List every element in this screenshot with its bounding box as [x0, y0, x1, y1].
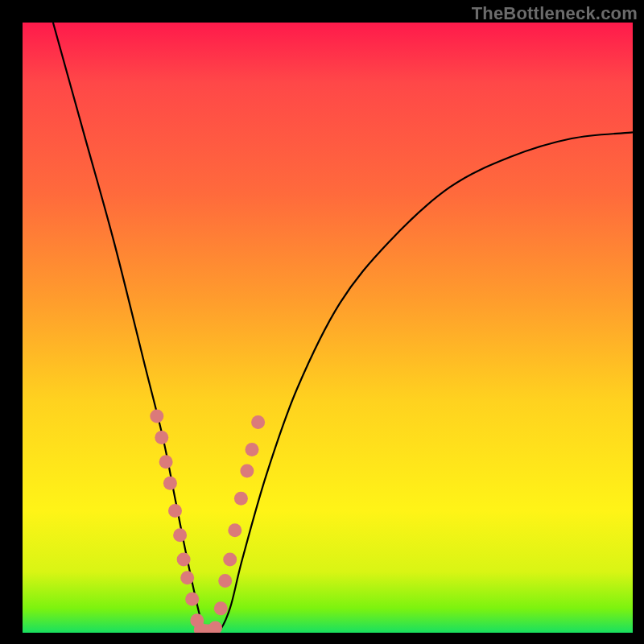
- bottleneck-curve: [53, 23, 633, 633]
- data-point: [223, 553, 237, 567]
- data-point: [180, 571, 194, 584]
- data-point: [177, 553, 191, 567]
- data-point: [159, 455, 173, 469]
- data-point: [214, 601, 228, 615]
- data-point: [163, 477, 177, 490]
- plot-area: [23, 23, 633, 633]
- data-point: [234, 492, 248, 506]
- data-point-markers: [150, 409, 265, 633]
- data-point: [228, 523, 242, 537]
- data-point: [185, 592, 199, 606]
- data-point: [168, 504, 182, 518]
- data-point: [218, 574, 232, 588]
- data-point: [173, 528, 187, 542]
- data-point: [251, 415, 265, 429]
- data-point: [246, 443, 259, 456]
- data-point: [208, 621, 222, 633]
- data-point: [150, 409, 163, 423]
- chart-svg: [23, 23, 633, 633]
- chart-frame: TheBottleneck.com: [0, 0, 644, 644]
- data-point: [155, 431, 168, 444]
- watermark-text: TheBottleneck.com: [472, 3, 638, 24]
- data-point: [240, 464, 254, 478]
